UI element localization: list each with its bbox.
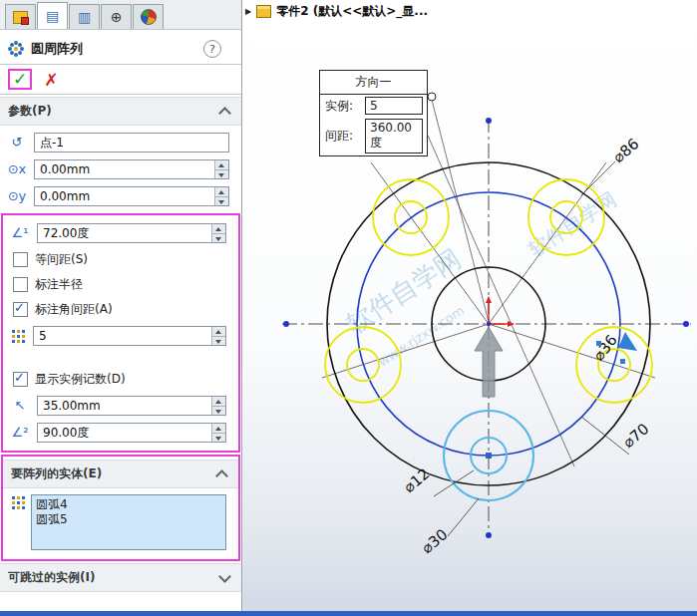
checkbox-dimension-radius[interactable]: 标注半径 [13, 276, 226, 293]
spinner [214, 160, 228, 178]
graphics-viewport[interactable]: ▶ 零件2 (默认<<默认>_显... 软件自学网 www.rjzxw.com … [242, 0, 697, 611]
spin-up-button[interactable] [215, 160, 228, 170]
checkbox-label: 标注半径 [35, 276, 83, 293]
spinner [211, 397, 225, 415]
arc-angle-icon: ∠² [10, 425, 30, 441]
tab-appearances[interactable] [133, 4, 164, 29]
parameters-highlight-box: ∠¹ 等间距(S) 标注半径 标注角间距(A) [1, 213, 240, 453]
pm-buttons-row: ✓ ✗ [0, 65, 241, 94]
angle-spacing-row: ∠¹ [10, 223, 226, 243]
section-parameters[interactable]: 参数(P) [0, 97, 241, 126]
callout-handle[interactable] [428, 93, 436, 101]
configuration-icon: ▥ [78, 9, 91, 25]
callout-instances-value[interactable]: 5 [365, 97, 423, 115]
spin-down-button[interactable] [212, 407, 225, 416]
appearance-ball-icon [141, 9, 157, 25]
center-x-icon: ⊙x [7, 161, 27, 177]
callout-instances-label: 实例: [325, 98, 362, 115]
breadcrumb-arrow-icon[interactable]: ▶ [245, 7, 251, 16]
checkbox-box [13, 277, 28, 292]
pm-title-row: 圆周阵列 ? [0, 35, 241, 64]
dimension-leader [581, 161, 615, 195]
tab-configurations[interactable]: ▥ [69, 4, 100, 29]
pattern-radius-icon: ↖ [10, 398, 30, 414]
checkbox-dimension-angle[interactable]: 标注角间距(A) [13, 301, 226, 318]
spin-up-button[interactable] [212, 397, 225, 407]
center-y-input[interactable] [34, 186, 229, 206]
panel-tabbar: ▤ ▥ ⊕ [0, 0, 241, 30]
callout-spacing-label: 间距: [325, 128, 362, 145]
section-parameters-label: 参数(P) [8, 103, 52, 120]
pattern-axis-input[interactable] [34, 133, 229, 153]
circular-pattern-icon [8, 41, 24, 57]
arc-angle-input[interactable] [37, 423, 226, 443]
seed-center-point[interactable] [486, 453, 492, 459]
spin-up-button[interactable] [212, 327, 225, 337]
centerline-endpoints [283, 118, 689, 538]
list-item[interactable]: 圆弧4 [36, 497, 221, 512]
spin-down-button[interactable] [215, 170, 228, 179]
watermark-text: 软件自学网 [524, 187, 621, 262]
list-item[interactable]: 圆弧5 [36, 512, 221, 527]
entities-row: 圆弧4 圆弧5 [10, 494, 226, 550]
circular-pattern-property-manager: 圆周阵列 ? ✓ ✗ 参数(P) ↺ ⊙x [0, 30, 241, 592]
property-manager-panel: ▤ ▥ ⊕ 圆周阵列 ? ✓ ✗ 参数(P) ↺ [0, 0, 242, 611]
pattern-radius-input[interactable] [37, 396, 226, 416]
spin-down-button[interactable] [212, 234, 225, 243]
checkbox-label: 标注角间距(A) [35, 301, 113, 318]
angle-spacing-input[interactable] [37, 223, 226, 243]
spinner [214, 187, 228, 205]
center-x-row: ⊙x [7, 159, 229, 179]
center-x-input[interactable] [34, 159, 229, 179]
sketch-canvas[interactable]: 软件自学网 www.rjzxw.com 软件自学网 [242, 0, 697, 611]
entities-to-pattern-icon [10, 494, 26, 510]
dimxpert-icon: ⊕ [111, 9, 123, 25]
spin-down-button[interactable] [215, 197, 228, 206]
checkbox-box [13, 372, 28, 387]
pattern-radius-row: ↖ [10, 396, 226, 416]
callout-title: 方向一 [320, 71, 427, 95]
help-icon[interactable]: ? [203, 40, 221, 58]
spin-down-button[interactable] [212, 337, 225, 346]
ok-button-highlight: ✓ [8, 69, 32, 90]
dimension-leader [448, 498, 479, 536]
chevron-down-icon [218, 570, 231, 583]
property-manager-icon: ▤ [46, 8, 59, 24]
ok-button[interactable]: ✓ [13, 69, 27, 89]
section-entities-to-pattern[interactable]: 要阵列的实体(E) [3, 460, 238, 488]
spin-up-button[interactable] [212, 224, 225, 234]
center-y-icon: ⊙y [7, 188, 27, 204]
direction-arrow[interactable] [475, 327, 503, 397]
spin-up-button[interactable] [215, 187, 228, 197]
pm-title: 圆周阵列 [31, 40, 196, 58]
spinner [211, 327, 225, 345]
dimension-36[interactable]: ⌀36 [589, 331, 620, 364]
checkbox-box [13, 302, 28, 317]
instance-count-icon [10, 328, 26, 344]
tab-dimxpert[interactable]: ⊕ [101, 4, 132, 29]
tab-property-manager[interactable]: ▤ [37, 2, 68, 29]
chevron-up-icon [218, 107, 231, 120]
instance-count-row [10, 326, 226, 346]
entities-listbox[interactable]: 圆弧4 圆弧5 [31, 494, 226, 550]
dimension-30[interactable]: ⌀30 [418, 525, 451, 557]
dimension-12[interactable]: ⌀12 [400, 464, 433, 496]
breadcrumb-text[interactable]: 零件2 (默认<<默认>_显... [276, 3, 428, 20]
reverse-direction-icon[interactable]: ↺ [7, 135, 27, 151]
callout-spacing-value[interactable]: 360.00度 [365, 119, 423, 154]
spin-down-button[interactable] [212, 434, 225, 443]
dimension-70[interactable]: ⌀70 [619, 420, 652, 452]
cancel-button[interactable]: ✗ [44, 70, 58, 90]
part-icon [256, 5, 271, 18]
checkbox-label: 等间距(S) [35, 251, 88, 268]
spin-up-button[interactable] [212, 424, 225, 434]
section-instances-to-skip[interactable]: 可跳过的实例(I) [0, 563, 241, 592]
instance-count-input[interactable] [33, 326, 226, 346]
checkbox-equal-spacing[interactable]: 等间距(S) [13, 251, 226, 268]
breadcrumb: ▶ 零件2 (默认<<默认>_显... [245, 3, 428, 20]
direction-callout[interactable]: 方向一 实例: 5 间距: 360.00度 [319, 70, 428, 156]
center-y-row: ⊙y [7, 186, 229, 206]
tab-features[interactable] [5, 4, 36, 29]
section-entities-label: 要阵列的实体(E) [11, 465, 102, 482]
checkbox-show-instance-count[interactable]: 显示实例记数(D) [13, 371, 226, 388]
